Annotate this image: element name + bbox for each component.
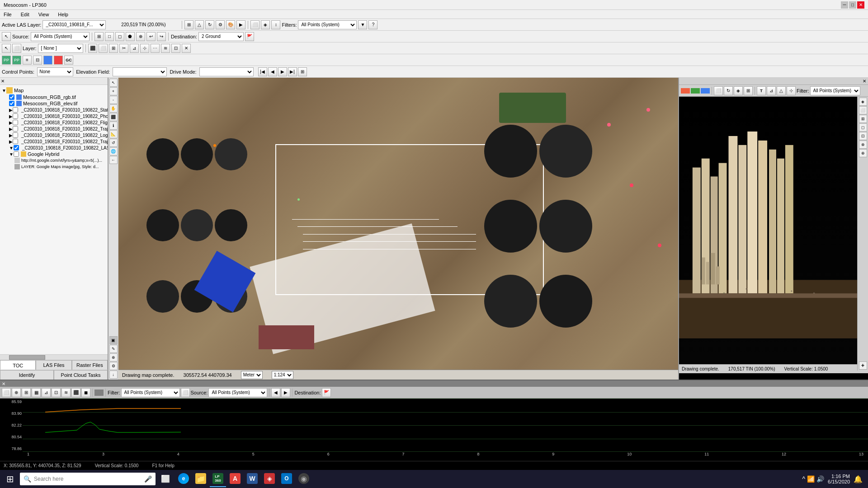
- tab-las-files[interactable]: LAS Files: [36, 360, 71, 370]
- toc-item-traje2[interactable]: ▶ _C200310_190818_F200310_190822_Traje..…: [2, 138, 106, 145]
- map-cursor-btn[interactable]: ↖: [109, 79, 118, 87]
- map-zoom-out-btn[interactable]: -: [109, 96, 118, 104]
- layer-btn2[interactable]: ⬜: [12, 44, 21, 53]
- list-btn[interactable]: ≡: [23, 56, 32, 65]
- prof-btn6[interactable]: ⊡: [52, 388, 61, 397]
- toc-item-traje1[interactable]: ▶ _C200310_190818_F200310_190822_Traje..…: [2, 126, 106, 132]
- map-arrow-btn[interactable]: ←: [109, 156, 118, 164]
- minimize-button[interactable]: ─: [841, 1, 848, 9]
- prof-btn9[interactable]: ◼: [81, 388, 90, 397]
- layer-tool8[interactable]: ≋: [161, 44, 170, 53]
- chevron-icon[interactable]: ^: [802, 475, 805, 483]
- toc-item-photo[interactable]: ▶ _C200310_190818_F200310_190822_Photo..…: [2, 113, 106, 119]
- profile-chart[interactable]: 85.59 83.90 82.22 80.54 78.86: [0, 399, 868, 461]
- scale-select[interactable]: 1:124: [272, 371, 293, 379]
- taskbar-search-box[interactable]: 🔍 🎤: [20, 473, 156, 485]
- btn-identify[interactable]: Identify: [0, 370, 54, 380]
- r-color3-btn[interactable]: [701, 88, 710, 94]
- r-3d-btn3[interactable]: ◈: [734, 86, 743, 95]
- prof-nav1[interactable]: ◀: [271, 388, 280, 397]
- r-side-btn5[interactable]: ⊡: [859, 132, 867, 140]
- menu-help[interactable]: Help: [56, 11, 70, 18]
- view-btn1[interactable]: ⬜: [250, 20, 259, 29]
- aerial-map[interactable]: [118, 78, 678, 380]
- prof-color-btn[interactable]: [94, 389, 104, 396]
- prof-flag-btn[interactable]: 🚩: [322, 388, 331, 397]
- toc-item-rgb[interactable]: Mesocosm_RGB_rgb.tif: [2, 94, 106, 100]
- toc-checkbox-statio[interactable]: [13, 107, 18, 113]
- layer-tool7[interactable]: ⋯: [151, 44, 160, 53]
- source-select[interactable]: All Points (System): [31, 32, 90, 41]
- map-select-btn[interactable]: ⬛: [109, 113, 118, 121]
- right-close-btn[interactable]: ✕: [863, 79, 866, 84]
- toc-item-google-url[interactable]: http://mt.google.com/vt/lyrs=y&amp;x=5(.…: [2, 157, 106, 164]
- taskbar-word[interactable]: W: [244, 471, 260, 487]
- color-icon-btn[interactable]: 🎨: [226, 20, 235, 29]
- r-side-plus-btn[interactable]: +: [859, 361, 867, 370]
- r-3d-btn6[interactable]: △: [777, 86, 786, 95]
- cp-nav-last[interactable]: ▶|: [288, 67, 297, 76]
- prof-btn3[interactable]: ⊞: [22, 388, 31, 397]
- pp-btn2[interactable]: PP: [12, 56, 21, 65]
- search-input[interactable]: [34, 476, 142, 482]
- menu-view[interactable]: View: [37, 11, 51, 18]
- r-side-btn2[interactable]: ⬜: [859, 106, 867, 114]
- map-snap-btn[interactable]: ⊕: [109, 353, 118, 361]
- taskbar-acrobat[interactable]: A: [227, 471, 243, 487]
- toc-checkbox-traje1[interactable]: [13, 126, 18, 131]
- volume-icon[interactable]: 🔊: [816, 475, 824, 483]
- unit-select[interactable]: Meter: [241, 371, 263, 379]
- nav-btn7[interactable]: ↪: [157, 32, 166, 41]
- r-side-btn7[interactable]: ⊕: [859, 149, 867, 157]
- map-rotate-btn[interactable]: ↺: [109, 139, 118, 147]
- toc-checkbox-rgb[interactable]: [9, 94, 14, 100]
- prof-btn1[interactable]: ⬜: [2, 388, 11, 397]
- toc-checkbox-las[interactable]: [14, 145, 19, 150]
- color-swatch[interactable]: [43, 56, 52, 65]
- menu-file[interactable]: File: [2, 11, 14, 18]
- nav-btn1[interactable]: ⊞: [94, 32, 104, 41]
- layer-tool4[interactable]: ✂: [119, 44, 128, 53]
- prof-btn8[interactable]: ⬛: [71, 388, 80, 397]
- taskbar-lp360[interactable]: LP360: [210, 471, 226, 487]
- layer-select[interactable]: [ None ]: [38, 44, 83, 53]
- toc-checkbox-elev[interactable]: [9, 101, 14, 106]
- nav-btn6[interactable]: ↩: [146, 32, 156, 41]
- 3d-view[interactable]: [679, 97, 868, 364]
- r-side-btn4[interactable]: ◻: [859, 123, 867, 131]
- toc-item-logpo[interactable]: ▶ _C200310_190818_F200310_190822_LogPo..…: [2, 132, 106, 138]
- layer-tool9[interactable]: ⊡: [171, 44, 180, 53]
- cp-nav-table[interactable]: ⊞: [298, 67, 307, 76]
- view-btn3[interactable]: ↕: [271, 20, 280, 29]
- r-side-btn1[interactable]: ◈: [859, 98, 867, 106]
- map-globe-btn[interactable]: 🌐: [109, 147, 118, 155]
- prof-filter-icon[interactable]: ⬜: [181, 388, 190, 397]
- map-zoom-in-btn[interactable]: +: [109, 87, 118, 95]
- layer-tool3[interactable]: ⊞: [109, 44, 118, 53]
- menu-edit[interactable]: Edit: [19, 11, 31, 18]
- cp-select[interactable]: None: [37, 67, 73, 76]
- toc-close-btn[interactable]: ✕: [1, 79, 5, 84]
- r-side-btn6[interactable]: ⊗: [859, 141, 867, 149]
- active-las-select[interactable]: _C200310_190818_F...: [42, 20, 106, 29]
- settings-icon-btn[interactable]: ⚙: [216, 20, 225, 29]
- prof-btn7[interactable]: ≋: [61, 388, 71, 397]
- dest-select[interactable]: 2 Ground: [198, 32, 244, 41]
- toc-item-statio[interactable]: ▶ _C200310_190818_F200310_190822_Statio.…: [2, 107, 106, 113]
- list-btn2[interactable]: ⊟: [33, 56, 42, 65]
- network-icon[interactable]: 📶: [807, 475, 815, 483]
- toc-checkbox-photo[interactable]: [13, 113, 18, 119]
- map-pan-btn[interactable]: ✋: [109, 104, 118, 113]
- taskbar-edge[interactable]: e: [175, 471, 192, 487]
- expand-icon[interactable]: ▼: [2, 88, 6, 93]
- nav-btn5[interactable]: ⊕: [136, 32, 145, 41]
- elev-field-select[interactable]: [113, 67, 167, 76]
- tab-raster-files[interactable]: Raster Files: [72, 360, 108, 370]
- toc-item-las[interactable]: ▼ _C200310_190818_F200310_190822_LAS: [2, 145, 106, 151]
- toc-item-elev[interactable]: Mesocosm_RGB_elev.tif: [2, 100, 106, 107]
- r-side-btn3[interactable]: ⊞: [859, 115, 867, 123]
- view-btn2[interactable]: ◈: [261, 20, 270, 29]
- layer-btn1[interactable]: ↖: [2, 44, 11, 53]
- toc-item-map[interactable]: ▼ Map: [2, 87, 106, 94]
- layer-tool6[interactable]: ⊹: [140, 44, 149, 53]
